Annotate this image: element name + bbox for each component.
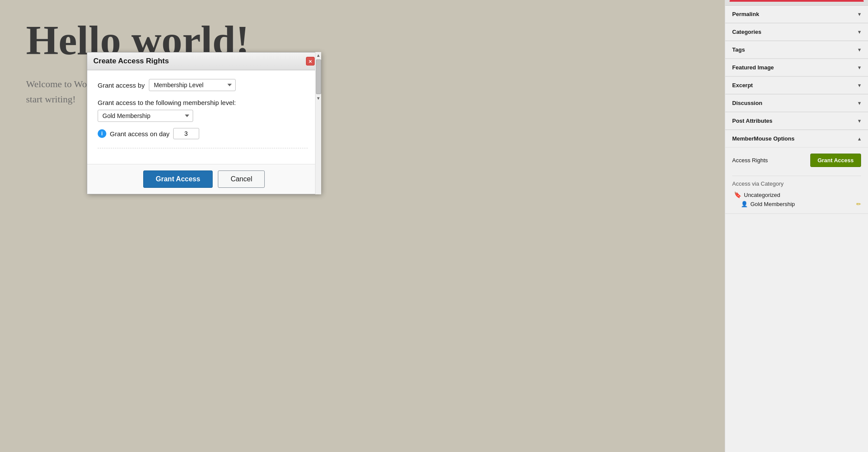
panel-membermouse-body: Access Rights Grant Access Access via Ca… (725, 147, 868, 213)
grant-access-by-row: Grant access by Membership Level Member … (98, 79, 308, 91)
scroll-up-arrow[interactable]: ▲ (316, 52, 321, 59)
bookmark-icon: 🔖 (734, 191, 741, 198)
panel-excerpt-chevron: ▾ (858, 82, 861, 88)
panel-permalink-title: Permalink (732, 11, 759, 17)
membership-gold-name: Gold Membership (750, 201, 795, 207)
modal-overlay: Create Access Rights × Grant access by M… (87, 52, 321, 194)
grant-access-day-input[interactable] (173, 128, 199, 139)
access-rights-row: Access Rights Grant Access (732, 154, 861, 167)
modal-close-button[interactable]: × (306, 57, 315, 66)
membership-level-label: Grant access to the following membership… (98, 99, 308, 106)
access-rights-label: Access Rights (732, 157, 768, 164)
grant-access-day-row: i Grant access on day (98, 128, 308, 139)
panel-post-attributes: Post Attributes ▾ (725, 112, 868, 130)
user-icon: 👤 (741, 201, 748, 207)
info-icon: i (98, 129, 106, 138)
panel-membermouse-header[interactable]: MemberMouse Options ▴ (725, 130, 868, 147)
panel-permalink: Permalink ▾ (725, 6, 868, 23)
panel-discussion-header[interactable]: Discussion ▾ (725, 95, 868, 112)
modal-divider (98, 148, 308, 148)
scrollbar-thumb[interactable] (316, 59, 321, 94)
cancel-button[interactable]: Cancel (218, 170, 265, 188)
panel-featured-image-chevron: ▾ (858, 64, 861, 71)
access-via-category-section: Access via Category 🔖 Uncategorized 👤 Go… (732, 180, 861, 207)
membership-level-select[interactable]: Gold Membership Silver Membership Free M… (98, 110, 193, 122)
panel-tags-title: Tags (732, 46, 745, 53)
panel-tags-header[interactable]: Tags ▾ (725, 41, 868, 59)
panel-discussion-chevron: ▾ (858, 100, 861, 106)
panel-categories: Categories ▾ (725, 23, 868, 41)
panel-featured-image: Featured Image ▾ (725, 59, 868, 77)
modal-footer: Grant Access Cancel (87, 164, 321, 194)
panel-discussion-title: Discussion (732, 100, 762, 106)
top-bar-item (725, 0, 868, 6)
membership-level-section: Grant access to the following membership… (98, 99, 308, 122)
panel-featured-image-title: Featured Image (732, 64, 774, 71)
panel-categories-title: Categories (732, 29, 761, 35)
panel-membermouse: MemberMouse Options ▴ Access Rights Gran… (725, 130, 868, 214)
panel-permalink-chevron: ▾ (858, 11, 861, 17)
panel-tags-chevron: ▾ (858, 46, 861, 53)
grant-access-day-label: Grant access on day (110, 130, 170, 138)
panel-discussion: Discussion ▾ (725, 95, 868, 112)
scroll-down-arrow[interactable]: ▼ (316, 95, 321, 102)
category-uncategorized-name: Uncategorized (744, 192, 780, 198)
grant-access-button[interactable]: Grant Access (143, 170, 213, 188)
panel-categories-header[interactable]: Categories ▾ (725, 23, 868, 41)
access-via-category-label: Access via Category (732, 180, 861, 187)
edit-membership-icon[interactable]: ✏ (856, 201, 861, 207)
sidebar-grant-access-button[interactable]: Grant Access (810, 154, 861, 167)
main-content: Hello world! Welcome to Wor start writin… (0, 0, 725, 452)
panel-post-attributes-header[interactable]: Post Attributes ▾ (725, 112, 868, 130)
panel-excerpt-title: Excerpt (732, 82, 753, 88)
grant-access-by-label: Grant access by (98, 82, 145, 89)
category-uncategorized: 🔖 Uncategorized (732, 191, 861, 198)
panel-excerpt-header[interactable]: Excerpt ▾ (725, 77, 868, 94)
modal-title: Create Access Rights (93, 57, 169, 66)
right-sidebar: Permalink ▾ Categories ▾ Tags ▾ Featured… (725, 0, 868, 452)
panel-post-attributes-title: Post Attributes (732, 118, 773, 124)
panel-permalink-header[interactable]: Permalink ▾ (725, 6, 868, 23)
panel-categories-chevron: ▾ (858, 29, 861, 35)
panel-tags: Tags ▾ (725, 41, 868, 59)
modal-header: Create Access Rights × (87, 52, 321, 70)
modal-scrollbar: ▲ ▼ (315, 52, 321, 194)
panel-membermouse-title: MemberMouse Options (732, 135, 795, 142)
create-access-rights-modal: Create Access Rights × Grant access by M… (87, 52, 321, 194)
panel-membermouse-chevron: ▴ (858, 135, 861, 142)
panel-post-attributes-chevron: ▾ (858, 118, 861, 124)
modal-body: Grant access by Membership Level Member … (87, 70, 321, 164)
membership-gold-item: 👤 Gold Membership ✏ (732, 201, 861, 207)
grant-access-by-select[interactable]: Membership Level Member Bundle (149, 79, 236, 91)
panel-featured-image-header[interactable]: Featured Image ▾ (725, 59, 868, 76)
panel-excerpt: Excerpt ▾ (725, 77, 868, 95)
